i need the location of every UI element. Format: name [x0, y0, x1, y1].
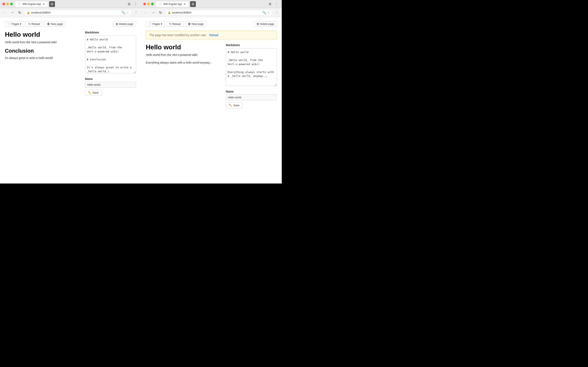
minimize-btn-1[interactable]: [6, 3, 9, 5]
browser-window-2: 📄 Wiki Angular App ✕ ⊞ ⊞ ⋮ ← → ↻ 🔒 local…: [141, 0, 282, 184]
save-btn-1[interactable]: ✏️ Save: [85, 90, 102, 96]
toolbar-1: 📄 Pages ▾ ↻ Reload ➕ New page 🗑 Delete p…: [5, 21, 136, 27]
markdown-label-1: Markdown: [85, 31, 136, 34]
wiki-preview-2: Hello world Hello world from the Vert.x-…: [146, 43, 221, 108]
close-btn-2[interactable]: [143, 3, 146, 5]
more-icon-2[interactable]: ⋮: [274, 10, 280, 16]
bookmark-icon-2[interactable]: ☆: [267, 11, 270, 15]
url-text-1: localhost:8080/#: [31, 11, 51, 14]
wiki-intro-em-1: Hello world: [5, 41, 19, 44]
toolbar-2: 📄 Pages ▾ ↻ Reload ➕ New page 🗑 Delete p…: [146, 21, 277, 27]
menu-icon-2[interactable]: ⋮: [274, 1, 279, 7]
pages-dropdown-icon-1: ▾: [20, 22, 21, 25]
pages-icon-2: 📄: [148, 22, 152, 25]
back-btn-1[interactable]: ←: [2, 10, 8, 16]
save-btn-2[interactable]: ✏️ Save: [226, 102, 242, 108]
window-controls-2: [143, 3, 154, 5]
forward-btn-1[interactable]: →: [9, 10, 15, 16]
pencil-icon-1: ✏️: [88, 91, 91, 94]
wiki-extra-2: Everything always starts with a hello wo…: [146, 60, 221, 65]
browser-window-1: 📄 Wiki Angular App ✕ ⊞ ⊞ ⋮ ← → ↻ 🔒 local…: [0, 0, 141, 184]
wiki-body-em-1: hello world: [39, 56, 52, 59]
reload-btn-1[interactable]: ↻ Reload: [26, 21, 43, 27]
window-controls-1: [2, 3, 13, 5]
name-label-2: Name: [226, 90, 277, 93]
new-page-btn-1[interactable]: ➕ New page: [44, 21, 66, 27]
pages-btn-2[interactable]: 📄 Pages ▾: [146, 21, 165, 27]
delete-icon-2: 🗑: [256, 22, 259, 25]
refresh-btn-2[interactable]: ↻: [158, 10, 163, 16]
delete-page-btn-2[interactable]: 🗑 Delete page: [254, 21, 277, 27]
tab-title-2: Wiki Angular App: [163, 3, 182, 6]
wiki-h1-1: Hello world: [5, 31, 80, 38]
markdown-editor-2[interactable]: # Hello world _Hello world_ from the Ver…: [226, 48, 277, 86]
name-input-2[interactable]: [226, 94, 277, 100]
pencil-icon-2: ✏️: [229, 104, 232, 107]
url-text-2: localhost:8080/#: [172, 11, 191, 14]
lock-icon-1: 🔒: [27, 11, 30, 14]
wiki-extra-em-2: hello world: [186, 61, 199, 64]
menu-icon-1[interactable]: ⋮: [133, 1, 138, 7]
tab-close-btn-2[interactable]: ✕: [183, 3, 186, 6]
editor-panel-1: Markdown # Hello world _Hello world_ fro…: [85, 31, 136, 96]
wiki-layout-1: Hello world Hello world from the Vert.x-…: [5, 31, 136, 96]
alert-reload-link-2[interactable]: Reload: [209, 33, 218, 37]
page-content-2: 📄 Pages ▾ ↻ Reload ➕ New page 🗑 Delete p…: [141, 17, 282, 184]
wiki-h1-2: Hello world: [146, 43, 221, 51]
markdown-label-2: Markdown: [226, 43, 277, 47]
tab-title-1: Wiki Angular App: [22, 3, 41, 6]
maximize-btn-1[interactable]: [10, 3, 13, 5]
extensions-icon-1[interactable]: ⊞: [126, 1, 132, 7]
pages-dropdown-icon-2: ▾: [161, 22, 162, 25]
editor-panel-2: Markdown # Hello world _Hello world_ fro…: [226, 43, 277, 108]
new-page-icon-1: ➕: [47, 22, 50, 25]
address-bar-2[interactable]: 🔒 localhost:8080/# 🔍 ☆: [165, 10, 272, 16]
refresh-btn-1[interactable]: ↻: [17, 10, 22, 16]
alert-banner-2: The page has been modified by another us…: [146, 31, 277, 39]
alert-text-2: The page has been modified by another us…: [149, 33, 207, 37]
extensions-icon-2[interactable]: ⊞: [267, 1, 273, 7]
tab-favicon-2: 📄: [159, 3, 162, 6]
titlebar-right-2: ⊞ ⋮: [267, 1, 279, 7]
tab-close-btn-1[interactable]: ✕: [43, 3, 45, 6]
search-icon-1[interactable]: 🔍: [121, 11, 125, 15]
title-bar-1: 📄 Wiki Angular App ✕ ⊞ ⊞ ⋮: [0, 0, 141, 8]
reload-icon-1: ↻: [28, 22, 31, 25]
wiki-layout-2: Hello world Hello world from the Vert.x-…: [146, 43, 277, 108]
forward-btn-2[interactable]: →: [150, 10, 156, 16]
maximize-btn-2[interactable]: [151, 3, 154, 5]
titlebar-right-1: ⊞ ⋮: [126, 1, 138, 7]
wiki-intro-1: Hello world from the Vert.x-powered wiki…: [5, 40, 80, 44]
delete-page-btn-1[interactable]: 🗑 Delete page: [113, 21, 136, 27]
address-bar-row-1: ← → ↻ 🔒 localhost:8080/# 🔍 ☆ ⋮: [0, 8, 141, 17]
tab-favicon-1: 📄: [18, 3, 21, 6]
reload-icon-2: ↻: [169, 22, 172, 25]
close-btn-1[interactable]: [2, 3, 5, 5]
new-tab-btn-1[interactable]: ⊞: [49, 1, 55, 7]
minimize-btn-2[interactable]: [147, 3, 150, 5]
tab-2[interactable]: 📄 Wiki Angular App ✕: [156, 1, 189, 7]
name-input-1[interactable]: [85, 82, 136, 88]
new-page-icon-2: ➕: [188, 22, 191, 25]
bookmark-icon-1[interactable]: ☆: [126, 11, 129, 15]
tab-1[interactable]: 📄 Wiki Angular App ✕: [15, 1, 48, 7]
markdown-editor-1[interactable]: # Hello world _Hello world_ from the Ver…: [85, 36, 136, 73]
search-icon-2[interactable]: 🔍: [262, 11, 266, 15]
title-bar-2: 📄 Wiki Angular App ✕ ⊞ ⊞ ⋮: [141, 0, 282, 8]
wiki-intro-2: Hello world from the Vert.x-powered wiki…: [146, 53, 221, 57]
address-bar-icons-2: 🔍 ☆: [262, 11, 270, 15]
wiki-preview-1: Hello world Hello world from the Vert.x-…: [5, 31, 80, 96]
page-content-1: 📄 Pages ▾ ↻ Reload ➕ New page 🗑 Delete p…: [0, 17, 141, 184]
more-icon-1[interactable]: ⋮: [133, 10, 139, 16]
name-label-1: Name: [85, 77, 136, 81]
reload-btn-2[interactable]: ↻ Reload: [167, 21, 183, 27]
pages-icon-1: 📄: [8, 22, 11, 25]
pages-btn-1[interactable]: 📄 Pages ▾: [5, 21, 24, 27]
delete-icon-1: 🗑: [116, 22, 118, 25]
back-btn-2[interactable]: ←: [143, 10, 149, 16]
wiki-intro-em-2: Hello world: [146, 53, 160, 57]
new-tab-btn-2[interactable]: ⊞: [190, 1, 196, 7]
wiki-body-1: It's always great to write a hello world…: [5, 56, 80, 60]
new-page-btn-2[interactable]: ➕ New page: [185, 21, 207, 27]
address-bar-1[interactable]: 🔒 localhost:8080/# 🔍 ☆: [24, 10, 131, 16]
